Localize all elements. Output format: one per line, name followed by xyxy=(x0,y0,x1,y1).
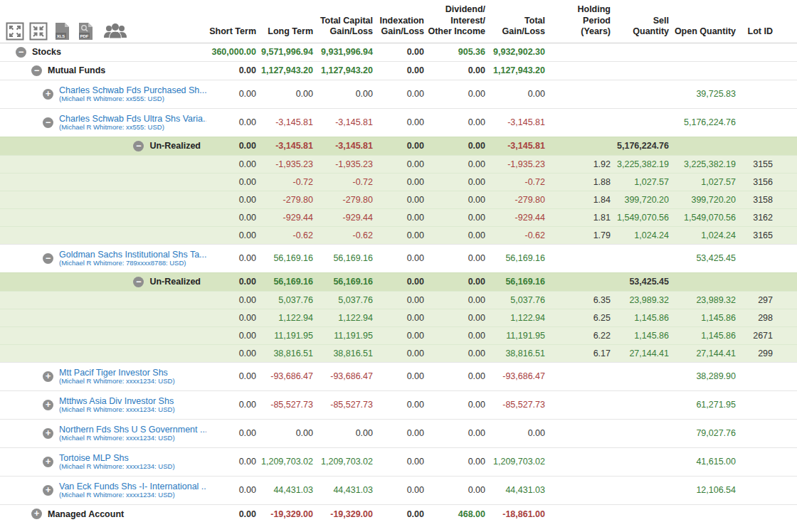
cell-sell_quantity xyxy=(613,80,672,108)
export-xls-icon[interactable]: XLS xyxy=(53,22,71,41)
toolbar: XLS PDF xyxy=(6,22,204,41)
cell-lot_id xyxy=(739,390,797,419)
collapse-toggle-icon[interactable]: − xyxy=(16,47,26,58)
cell-total_capital_gain_loss: 56,169.16 xyxy=(316,244,376,272)
cell-sell_quantity: 1,145.86 xyxy=(613,326,672,344)
cell-long_term: -1,935.23 xyxy=(259,155,316,173)
cell-long_term: -93,686.47 xyxy=(259,362,316,390)
expand-toggle-icon[interactable]: + xyxy=(43,428,53,439)
collapse-toggle-icon[interactable]: − xyxy=(133,277,144,287)
cell-total_capital_gain_loss: 11,191.95 xyxy=(316,326,376,344)
fund-name-link[interactable]: Van Eck Funds Shs -I- International ... xyxy=(59,482,206,491)
expand-toggle-icon[interactable]: + xyxy=(43,485,53,496)
cell-lot_id xyxy=(739,476,797,504)
cell-indexation_gain_loss: 0.00 xyxy=(376,419,427,447)
fund-account-subtext: (Michael R Whitmore: xxxx1234: USD) xyxy=(59,378,175,385)
row-name-cell: −Un-Realized xyxy=(0,137,206,155)
fund-name-link[interactable]: Charles Schwab Fds Purchased Sh... xyxy=(59,85,206,95)
expand-toggle-icon[interactable]: + xyxy=(43,400,53,410)
cell-lot_id xyxy=(739,43,797,61)
fund-name-link[interactable]: Tortoise MLP Shs xyxy=(59,453,175,463)
cell-long_term: 0.00 xyxy=(259,80,316,108)
expand-toggle-icon[interactable]: + xyxy=(43,457,53,467)
expand-toggle-icon[interactable]: + xyxy=(43,89,53,100)
cell-long_term: -279.80 xyxy=(259,191,316,208)
fund-name-link[interactable]: Mtthws Asia Div Investor Shs xyxy=(59,396,175,406)
collapse-toggle-icon[interactable]: − xyxy=(43,253,53,264)
row-name-cell xyxy=(0,191,206,208)
cell-holding_period_years: 1.84 xyxy=(548,191,613,208)
cell-total_capital_gain_loss: 1,209,703.02 xyxy=(316,447,376,476)
fund-name-link[interactable]: Goldman Sachs Institutional Shs Ta... xyxy=(59,250,206,260)
cell-total_gain_loss: -0.62 xyxy=(488,226,548,244)
cell-total_gain_loss: 9,932,902.30 xyxy=(488,43,548,61)
cell-long_term: 5,037.76 xyxy=(259,291,316,309)
row-name-cell: +Charles Schwab Fds Purchased Sh...(Mich… xyxy=(0,80,206,108)
gain-loss-report: XLS PDF xyxy=(0,0,797,523)
cell-total_capital_gain_loss: -3,145.81 xyxy=(316,108,376,137)
fund-row: −Charles Schwab Fds Ultra Shs Varia...(M… xyxy=(0,108,797,137)
cell-long_term: 38,816.51 xyxy=(259,344,316,362)
fund-row: +Tortoise MLP Shs(Michael R Whitmore: xx… xyxy=(0,447,797,476)
cell-indexation_gain_loss: 0.00 xyxy=(376,80,427,108)
client-group-icon[interactable] xyxy=(102,22,128,41)
cell-indexation_gain_loss: 0.00 xyxy=(376,244,427,272)
row-name-cell: +Managed Account xyxy=(0,504,206,523)
cell-dividend_interest_other_income: 0.00 xyxy=(427,191,488,208)
row-name-cell: +Northern Fds Shs U S Government ...(Mic… xyxy=(0,419,206,447)
row-name-cell xyxy=(0,309,206,326)
export-pdf-icon[interactable]: PDF xyxy=(76,22,95,41)
cell-dividend_interest_other_income: 468.00 xyxy=(427,504,488,523)
cell-sell_quantity: 1,549,070.56 xyxy=(613,208,672,226)
cell-dividend_interest_other_income: 0.00 xyxy=(427,476,488,504)
collapse-toggle-icon[interactable]: − xyxy=(31,65,42,76)
cell-total_gain_loss: 56,169.16 xyxy=(488,272,548,291)
expand-all-icon[interactable] xyxy=(6,22,24,41)
fund-name-link[interactable]: Charles Schwab Fds Ultra Shs Varia... xyxy=(59,114,206,124)
cell-short_term: 0.00 xyxy=(206,208,259,226)
cell-total_capital_gain_loss: -93,686.47 xyxy=(316,362,376,390)
cell-short_term: 0.00 xyxy=(206,137,259,155)
fund-name-link[interactable]: Northern Fds Shs U S Government ... xyxy=(59,425,206,435)
group-row: −Mutual Funds0.001,127,943.201,127,943.2… xyxy=(0,61,797,80)
cell-open_quantity xyxy=(672,504,739,523)
cell-open_quantity: 3,225,382.19 xyxy=(672,155,739,173)
collapse-all-icon[interactable] xyxy=(29,22,48,41)
fund-account-subtext: (Michael R Whitmore: xxxx1234: USD) xyxy=(59,406,175,414)
cell-sell_quantity xyxy=(613,476,672,504)
cell-dividend_interest_other_income: 0.00 xyxy=(427,362,488,390)
cell-sell_quantity: 27,144.41 xyxy=(613,344,672,362)
cell-short_term: 0.00 xyxy=(206,390,259,419)
cell-lot_id xyxy=(739,447,797,476)
unrealized-row: −Un-Realized0.0056,169.1656,169.160.000.… xyxy=(0,272,797,291)
cell-short_term: 0.00 xyxy=(206,108,259,137)
cell-total_gain_loss: 1,127,943.20 xyxy=(488,61,548,80)
row-name-cell xyxy=(0,226,206,244)
expand-toggle-icon[interactable]: + xyxy=(31,509,42,519)
cell-open_quantity xyxy=(672,272,739,291)
fund-name-link[interactable]: Mtt Pacif Tiger Investor Shs xyxy=(59,368,175,378)
cell-dividend_interest_other_income: 0.00 xyxy=(427,155,488,173)
cell-sell_quantity xyxy=(613,43,672,61)
cell-open_quantity xyxy=(672,137,739,155)
expand-toggle-icon[interactable]: + xyxy=(43,371,53,382)
collapse-toggle-icon[interactable]: − xyxy=(133,141,144,151)
cell-total_capital_gain_loss: 1,127,943.20 xyxy=(316,61,376,80)
cell-short_term: 0.00 xyxy=(206,447,259,476)
toolbar-header-cell: XLS PDF xyxy=(0,0,206,43)
cell-holding_period_years xyxy=(548,61,613,80)
cell-short_term: 360,000.00 xyxy=(206,43,259,61)
cell-open_quantity: 1,145.86 xyxy=(672,326,739,344)
cell-sell_quantity xyxy=(613,108,672,137)
cell-sell_quantity: 3,225,382.19 xyxy=(613,155,672,173)
cell-lot_id xyxy=(739,108,797,137)
cell-indexation_gain_loss: 0.00 xyxy=(376,326,427,344)
row-name-cell: +Tortoise MLP Shs(Michael R Whitmore: xx… xyxy=(0,447,206,476)
cell-sell_quantity xyxy=(613,362,672,390)
cell-long_term: 1,127,943.20 xyxy=(259,61,316,80)
row-name-cell: −Mutual Funds xyxy=(0,61,206,80)
collapse-toggle-icon[interactable]: − xyxy=(43,117,53,128)
cell-total_capital_gain_loss: -85,527.73 xyxy=(316,390,376,419)
cell-total_capital_gain_loss: 5,037.76 xyxy=(316,291,376,309)
cell-indexation_gain_loss: 0.00 xyxy=(376,137,427,155)
